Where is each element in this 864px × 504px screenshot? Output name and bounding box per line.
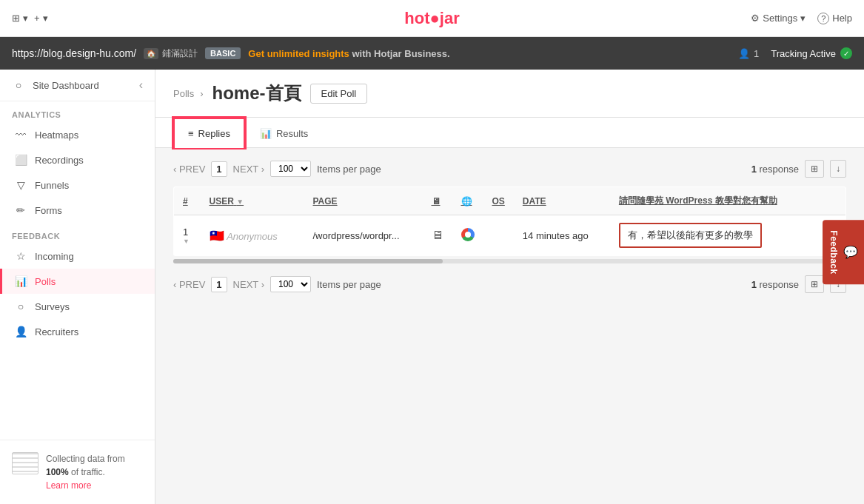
site-url: https://blog.design-hu.com/ [12, 47, 136, 59]
bottom-prev-link[interactable]: ‹ PREV [173, 279, 205, 290]
sidebar-item-recruiters[interactable]: 👤 Recruiters [0, 319, 155, 344]
sidebar-item-surveys[interactable]: ○ Surveys [0, 294, 155, 319]
tracking-active-indicator: Tracking Active [771, 47, 852, 59]
forms-icon: ✏ [14, 204, 27, 216]
bottom-current-page: 1 [211, 277, 227, 292]
page-col-label: PAGE [313, 196, 338, 206]
breadcrumb-polls-link[interactable]: Polls [173, 88, 194, 99]
results-tab-icon: 📊 [260, 128, 272, 139]
feedback-section-label: FEEDBACK [0, 223, 155, 243]
funnels-icon: ▽ [14, 179, 27, 191]
grid-icon: ⊞ [12, 13, 20, 24]
heatmaps-label: Heatmaps [35, 130, 78, 141]
device-icon: 🖥 [432, 196, 441, 206]
bottom-response-num: 1 [751, 279, 757, 290]
sidebar-item-forms[interactable]: ✏ Forms [0, 198, 155, 223]
settings-arrow: ▾ [800, 13, 806, 24]
settings-button[interactable]: ⚙ Settings ▾ [751, 13, 806, 24]
device-type-icon: 🖥 [432, 229, 443, 241]
user-sort-icon: ▼ [236, 198, 244, 206]
response-text: 有，希望以後能有更多的教學 [619, 223, 762, 248]
polls-icon: 📊 [14, 275, 27, 287]
analytics-section-label: ANALYTICS [0, 101, 155, 122]
bottom-per-page-select[interactable]: 100 50 25 [270, 276, 311, 292]
settings-label: Settings [763, 13, 797, 24]
sidebar-item-incoming[interactable]: ☆ Incoming [0, 243, 155, 269]
row-number: 1 [183, 226, 188, 238]
row-date-value: 14 minutes ago [523, 230, 589, 241]
plus-arrow: ▾ [43, 13, 48, 24]
feedback-tab[interactable]: 💬 Feedback [823, 220, 865, 284]
row-num: 1 ▼ [174, 215, 201, 256]
prev-page-link[interactable]: ‹ PREV [173, 164, 205, 175]
table-row: 1 ▼ 🇹🇼 Anonymous /wordpress/wordpr... [174, 215, 846, 256]
add-button[interactable]: + ▾ [34, 13, 48, 24]
sidebar-item-funnels[interactable]: ▽ Funnels [0, 172, 155, 198]
content-header: Polls › home-首頁 Edit Poll [155, 70, 864, 118]
row-user: 🇹🇼 Anonymous [201, 215, 304, 256]
items-per-page-label: Items per page [317, 164, 381, 175]
sidebar-footer: Collecting data from 100% of traffic. Le… [0, 440, 155, 504]
next-page-link[interactable]: NEXT › [233, 164, 264, 175]
bottom-pagination-row: ‹ PREV 1 NEXT › 100 50 25 Items per page… [173, 275, 846, 293]
results-tab-label: Results [276, 128, 308, 139]
user-col-label: USER [210, 196, 234, 206]
bottom-response-count: 1 response [751, 279, 799, 290]
breadcrumb: Polls › [173, 88, 204, 99]
collecting-text: Collecting data from [46, 454, 125, 464]
sidebar: ○ Site Dashboard ‹ ANALYTICS 〰 Heatmaps … [0, 70, 155, 504]
of-traffic: of traffic. [71, 467, 105, 477]
user-icon: 👤 [738, 48, 750, 59]
recordings-label: Recordings [35, 155, 84, 166]
recruiters-icon: 👤 [14, 326, 27, 337]
bottom-next-link[interactable]: NEXT › [233, 279, 264, 290]
top-nav-right: ⚙ Settings ▾ ? Help [751, 13, 852, 24]
user-name: Anonymous [227, 231, 278, 242]
traffic-percent: 100% [46, 467, 69, 477]
incoming-label: Incoming [35, 251, 74, 262]
top-nav-left: ⊞ ▾ + ▾ [12, 13, 48, 24]
bottom-expand-button[interactable]: ⊞ [805, 275, 824, 293]
settings-icon: ⚙ [751, 13, 760, 24]
row-date: 14 minutes ago [514, 215, 610, 256]
col-header-date: DATE [514, 187, 610, 215]
tab-replies[interactable]: ≡ Replies [173, 118, 245, 148]
download-button[interactable]: ↓ [830, 160, 846, 178]
sidebar-site-dashboard[interactable]: ○ Site Dashboard [12, 79, 99, 91]
num-col-label: # [183, 196, 188, 206]
sort-down-icon: ▼ [183, 238, 192, 245]
row-device: 🖥 [423, 215, 452, 256]
recruiters-label: Recruiters [35, 326, 78, 337]
learn-more-link[interactable]: Learn more [46, 480, 91, 491]
help-button[interactable]: ? Help [817, 13, 852, 24]
surveys-label: Surveys [35, 301, 70, 312]
tracking-label: Tracking Active [771, 48, 836, 59]
expand-table-button[interactable]: ⊞ [805, 160, 824, 178]
sidebar-item-recordings[interactable]: ⬜ Recordings [0, 147, 155, 172]
grid-menu-button[interactable]: ⊞ ▾ [12, 13, 28, 24]
col-header-user: USER ▼ [201, 187, 304, 215]
top-navigation: ⊞ ▾ + ▾ hot●jar ⚙ Settings ▾ ? Help [0, 0, 864, 37]
sidebar-top: ○ Site Dashboard ‹ [0, 70, 155, 101]
col-header-page: PAGE [304, 187, 423, 215]
help-label: Help [832, 13, 852, 24]
replies-tab-icon: ≡ [188, 128, 194, 139]
funnels-label: Funnels [35, 180, 69, 191]
per-page-select[interactable]: 100 50 25 [270, 161, 311, 177]
browser-icon: 🌐 [461, 196, 472, 206]
tab-results[interactable]: 📊 Results [245, 118, 323, 148]
scrollbar-area[interactable]: # USER ▼ PAGE 🖥 [173, 187, 846, 266]
site-bar-left: https://blog.design-hu.com/ 🏠 鋪滿設計 BASIC… [12, 47, 450, 60]
edit-poll-button[interactable]: Edit Poll [310, 84, 368, 104]
help-icon: ? [817, 13, 829, 24]
horizontal-scrollbar[interactable] [173, 259, 846, 263]
table-area: ‹ PREV 1 NEXT › 100 50 25 Items per page… [155, 148, 864, 314]
sidebar-item-polls[interactable]: 📊 Polls [0, 269, 155, 294]
plus-icon: + [34, 13, 40, 24]
breadcrumb-separator: › [200, 88, 203, 99]
page-title: home-首頁 [212, 81, 301, 105]
sidebar-item-heatmaps[interactable]: 〰 Heatmaps [0, 122, 155, 147]
tracking-dot [840, 47, 852, 59]
row-os [483, 215, 514, 256]
sidebar-collapse-button[interactable]: ‹ [139, 78, 143, 92]
